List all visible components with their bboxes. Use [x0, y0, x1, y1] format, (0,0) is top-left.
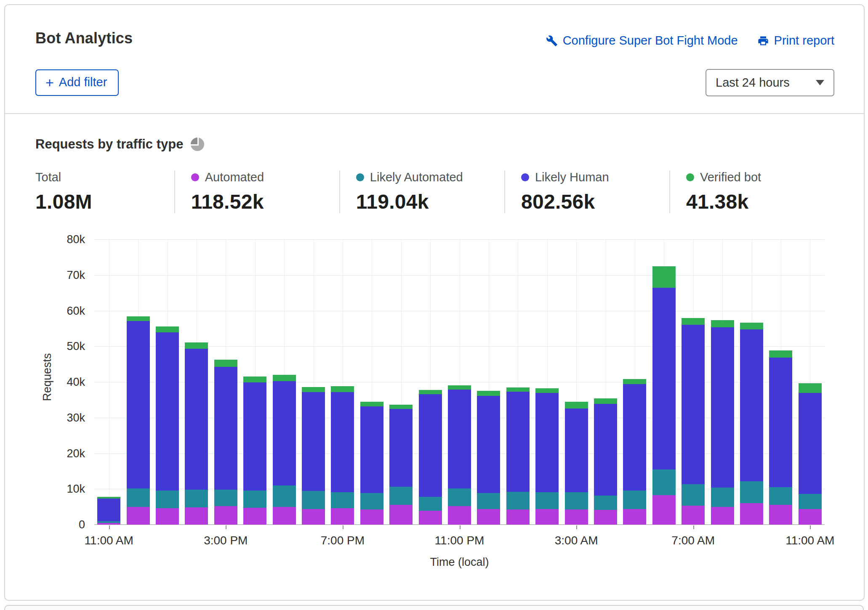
y-tick-label: 0 [35, 518, 85, 531]
bar-segment-likely-human [331, 392, 354, 492]
section-title-row: Requests by traffic type [35, 137, 834, 152]
bar-segment-automated [594, 510, 617, 525]
horizontal-gridline [94, 239, 825, 240]
x-tick-label: 11:00 PM [435, 534, 485, 547]
stacked-bar [302, 387, 325, 525]
stacked-bar [652, 266, 676, 525]
bar-segment-verified-bot [682, 318, 705, 325]
bar-segment-automated [740, 503, 763, 525]
stacked-bar [389, 405, 413, 525]
y-tick-label: 70k [35, 269, 85, 282]
bar-segment-verified-bot [185, 342, 208, 349]
bar-segment-automated [448, 506, 471, 525]
likely-human-dot-icon [521, 173, 529, 181]
bar-segment-verified-bot [243, 377, 266, 382]
y-tick-label: 20k [35, 447, 85, 460]
bar-segment-automated [360, 509, 383, 525]
bar-segment-likely-human [711, 327, 734, 488]
wrench-icon [546, 35, 558, 47]
stat-likely-human-value: 802.56k [521, 190, 669, 213]
bar-segment-verified-bot [273, 375, 296, 381]
bar-segment-likely-automated [506, 492, 530, 509]
bar-segment-automated [565, 509, 588, 525]
stat-verified-bot-label: Verified bot [700, 170, 761, 184]
stacked-bar [682, 318, 705, 525]
bar-segment-verified-bot [389, 405, 413, 408]
stacked-bar [477, 391, 500, 525]
bar-segment-automated [331, 508, 354, 525]
bar-segment-likely-automated [273, 485, 296, 507]
y-tick-label: 80k [35, 233, 85, 246]
stat-verified-bot: Verified bot 41.38k [669, 170, 834, 213]
chevron-down-icon [816, 80, 824, 85]
bar-segment-likely-human [682, 325, 705, 484]
stat-verified-bot-value: 41.38k [686, 190, 834, 213]
bar-segment-likely-human [127, 321, 150, 488]
bar-segment-verified-bot [127, 316, 150, 321]
likely-automated-dot-icon [356, 173, 364, 181]
horizontal-gridline [94, 311, 825, 311]
bar-segment-likely-human [273, 381, 296, 485]
y-tick-label: 30k [35, 411, 85, 424]
stacked-bar [273, 375, 296, 525]
bar-segment-likely-automated [535, 492, 559, 509]
bar-segment-automated [623, 509, 646, 525]
print-report-link[interactable]: Print report [757, 34, 834, 48]
bar-segment-likely-automated [302, 491, 325, 509]
plus-icon: + [45, 77, 54, 88]
x-tick-label: 7:00 PM [321, 534, 365, 547]
plot-area [94, 239, 825, 525]
stacked-bar [97, 497, 120, 525]
bar-segment-automated [127, 507, 150, 525]
stacked-bar [214, 360, 237, 525]
bar-segment-automated [97, 523, 120, 525]
time-range-select[interactable]: Last 24 hours [706, 69, 834, 96]
bar-segment-likely-human [477, 396, 500, 493]
x-axis-title: Time (local) [430, 556, 489, 569]
x-tick-mark [460, 525, 461, 529]
bar-segment-likely-automated [331, 492, 354, 508]
x-tick-label: 7:00 AM [671, 534, 715, 547]
pie-chart-icon [191, 138, 204, 151]
header-divider [5, 113, 864, 114]
stat-automated-value: 118.52k [191, 190, 339, 213]
bar-segment-verified-bot [711, 320, 734, 328]
requests-chart: Requests 010k20k30k40k50k60k70k80k 11:00… [35, 239, 834, 568]
stat-likely-human: Likely Human 802.56k [504, 170, 669, 213]
x-tick-mark [693, 525, 694, 529]
bar-segment-likely-human [419, 394, 442, 497]
bar-segment-automated [243, 508, 266, 525]
bar-segment-automated [652, 495, 676, 525]
bar-segment-likely-automated [682, 484, 705, 506]
configure-super-bot-fight-mode-link[interactable]: Configure Super Bot Fight Mode [546, 34, 738, 48]
x-tick-label: 3:00 PM [204, 534, 248, 547]
bar-segment-automated [273, 507, 296, 525]
x-tick-mark [226, 525, 226, 529]
configure-link-label: Configure Super Bot Fight Mode [563, 34, 738, 48]
bar-segment-likely-automated [740, 481, 763, 504]
bar-segment-verified-bot [594, 398, 617, 404]
bar-segment-likely-automated [185, 490, 208, 507]
add-filter-button[interactable]: + Add filter [35, 69, 119, 96]
x-tick-mark [109, 525, 110, 529]
stacked-bar [711, 320, 734, 525]
time-range-value: Last 24 hours [716, 76, 790, 90]
stacked-bar [769, 350, 792, 525]
stacked-bar [331, 386, 354, 525]
bar-segment-likely-human [535, 393, 559, 492]
bar-segment-verified-bot [535, 388, 559, 393]
x-tick-mark [343, 525, 343, 529]
x-tick-mark [576, 525, 577, 529]
bar-segment-likely-human [389, 409, 413, 487]
header-links: Configure Super Bot Fight Mode Print rep… [546, 34, 834, 48]
horizontal-gridline [94, 275, 825, 276]
bar-segment-likely-automated [652, 469, 676, 495]
bar-segment-verified-bot [652, 266, 676, 288]
bar-segment-likely-automated [389, 487, 413, 505]
print-link-label: Print report [774, 34, 834, 48]
bar-segment-verified-bot [419, 390, 442, 394]
stat-total: Total 1.08M [35, 170, 174, 213]
bar-segment-likely-automated [565, 492, 588, 509]
card-header: Bot Analytics Configure Super Bot Fight … [5, 5, 864, 96]
bar-segment-likely-automated [769, 487, 792, 505]
